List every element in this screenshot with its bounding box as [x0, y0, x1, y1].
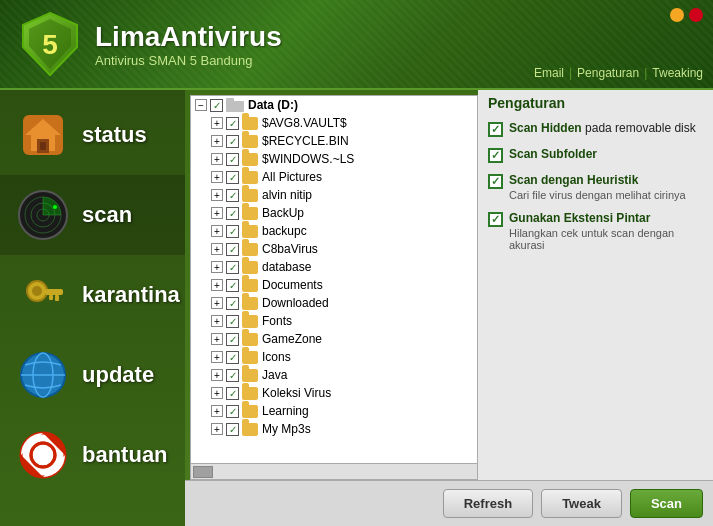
tree-scroll[interactable]: − Data (D:) +$AVG8.VAULT$+$RECYCLE.BIN+$… — [191, 96, 477, 463]
checkbox-root[interactable] — [210, 99, 223, 112]
tree-checkbox[interactable] — [226, 297, 239, 310]
tree-item[interactable]: +$RECYCLE.BIN — [191, 132, 477, 150]
tweak-button[interactable]: Tweak — [541, 489, 622, 518]
tree-item[interactable]: +Downloaded — [191, 294, 477, 312]
tree-root[interactable]: − Data (D:) — [191, 96, 477, 114]
tree-checkbox[interactable] — [226, 117, 239, 130]
expand-icon[interactable]: + — [211, 153, 223, 165]
tree-item[interactable]: +Learning — [191, 402, 477, 420]
tree-item-label: alvin nitip — [262, 188, 312, 202]
minimize-button[interactable] — [670, 8, 684, 22]
expand-icon[interactable]: + — [211, 423, 223, 435]
expand-icon[interactable]: + — [211, 261, 223, 273]
checkbox-scan-heuristik[interactable]: ✓ — [488, 174, 503, 189]
tree-item[interactable]: +$AVG8.VAULT$ — [191, 114, 477, 132]
expand-icon[interactable]: + — [211, 351, 223, 363]
tree-checkbox[interactable] — [226, 351, 239, 364]
expand-root[interactable]: − — [195, 99, 207, 111]
tree-checkbox[interactable] — [226, 405, 239, 418]
expand-icon[interactable]: + — [211, 333, 223, 345]
expand-icon[interactable]: + — [211, 171, 223, 183]
tree-checkbox[interactable] — [226, 171, 239, 184]
expand-icon[interactable]: + — [211, 405, 223, 417]
settings-title: Pengaturan — [488, 95, 703, 111]
tree-item-label: $RECYCLE.BIN — [262, 134, 349, 148]
setting-scan-hidden: ✓ Scan Hidden pada removable disk — [488, 121, 703, 137]
tree-item-label: GameZone — [262, 332, 322, 346]
sidebar: status scan — [0, 90, 185, 526]
sidebar-label-scan: scan — [82, 202, 132, 228]
setting-scan-subfolder-text: Scan Subfolder — [509, 147, 597, 161]
expand-icon[interactable]: + — [211, 135, 223, 147]
svg-rect-16 — [45, 289, 63, 295]
tree-item[interactable]: +backupc — [191, 222, 477, 240]
tree-checkbox[interactable] — [226, 243, 239, 256]
tree-item[interactable]: +Documents — [191, 276, 477, 294]
sidebar-item-status[interactable]: status — [0, 95, 185, 175]
folder-icon — [242, 135, 258, 148]
tree-item[interactable]: +All Pictures — [191, 168, 477, 186]
tree-item[interactable]: +Fonts — [191, 312, 477, 330]
radar-icon — [15, 188, 70, 243]
close-button[interactable] — [689, 8, 703, 22]
sidebar-item-scan[interactable]: scan — [0, 175, 185, 255]
sidebar-item-update[interactable]: update — [0, 335, 185, 415]
tree-item-label: $AVG8.VAULT$ — [262, 116, 347, 130]
refresh-button[interactable]: Refresh — [443, 489, 533, 518]
folder-icon — [242, 351, 258, 364]
checkbox-scan-subfolder[interactable]: ✓ — [488, 148, 503, 163]
folder-icon — [242, 333, 258, 346]
tree-checkbox[interactable] — [226, 279, 239, 292]
expand-icon[interactable]: + — [211, 225, 223, 237]
setting-scan-heuristik-text: Scan dengan Heuristik Cari file virus de… — [509, 173, 686, 201]
tree-item[interactable]: +$WINDOWS.~LS — [191, 150, 477, 168]
sidebar-item-karantina[interactable]: karantina — [0, 255, 185, 335]
key-icon — [15, 268, 70, 323]
hscroll-thumb[interactable] — [193, 466, 213, 478]
tree-item[interactable]: +BackUp — [191, 204, 477, 222]
tree-item[interactable]: +Java — [191, 366, 477, 384]
checkbox-scan-hidden[interactable]: ✓ — [488, 122, 503, 137]
expand-icon[interactable]: + — [211, 243, 223, 255]
tree-checkbox[interactable] — [226, 423, 239, 436]
expand-icon[interactable]: + — [211, 369, 223, 381]
tree-checkbox[interactable] — [226, 387, 239, 400]
setting-scan-hidden-suffix: pada removable disk — [585, 121, 696, 135]
expand-icon[interactable]: + — [211, 297, 223, 309]
tree-checkbox[interactable] — [226, 189, 239, 202]
expand-icon[interactable]: + — [211, 387, 223, 399]
expand-icon[interactable]: + — [211, 279, 223, 291]
tree-checkbox[interactable] — [226, 315, 239, 328]
scan-button[interactable]: Scan — [630, 489, 703, 518]
tree-item[interactable]: +C8baVirus — [191, 240, 477, 258]
tree-item[interactable]: +GameZone — [191, 330, 477, 348]
tree-checkbox[interactable] — [226, 225, 239, 238]
tree-item[interactable]: +Icons — [191, 348, 477, 366]
checkbox-ekstensi-pintar[interactable]: ✓ — [488, 212, 503, 227]
tree-item[interactable]: +Koleksi Virus — [191, 384, 477, 402]
tree-checkbox[interactable] — [226, 207, 239, 220]
sidebar-label-update: update — [82, 362, 154, 388]
pengaturan-link[interactable]: Pengaturan — [577, 66, 639, 80]
expand-icon[interactable]: + — [211, 315, 223, 327]
email-link[interactable]: Email — [534, 66, 564, 80]
house-icon — [15, 108, 70, 163]
tree-checkbox[interactable] — [226, 261, 239, 274]
tree-checkbox[interactable] — [226, 135, 239, 148]
app-subtitle: Antivirus SMAN 5 Bandung — [95, 53, 282, 68]
folder-icon — [242, 207, 258, 220]
sidebar-item-bantuan[interactable]: bantuan — [0, 415, 185, 495]
tree-item[interactable]: +alvin nitip — [191, 186, 477, 204]
tree-item-label: My Mp3s — [262, 422, 311, 436]
expand-icon[interactable]: + — [211, 189, 223, 201]
tree-hscroll[interactable] — [191, 463, 477, 479]
tree-checkbox[interactable] — [226, 333, 239, 346]
tree-item[interactable]: +database — [191, 258, 477, 276]
tree-checkbox[interactable] — [226, 369, 239, 382]
tree-item[interactable]: +My Mp3s — [191, 420, 477, 438]
tree-item-label: BackUp — [262, 206, 304, 220]
expand-icon[interactable]: + — [211, 207, 223, 219]
tree-checkbox[interactable] — [226, 153, 239, 166]
tweaking-link[interactable]: Tweaking — [652, 66, 703, 80]
expand-icon[interactable]: + — [211, 117, 223, 129]
